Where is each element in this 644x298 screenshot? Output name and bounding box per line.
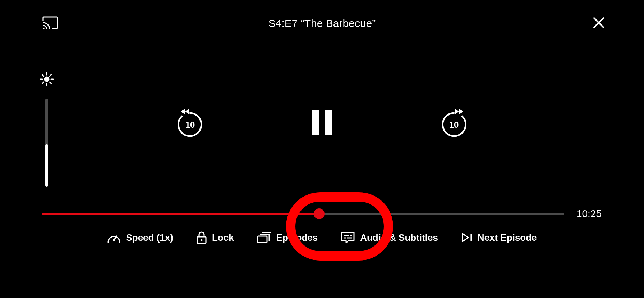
player-top-bar: S4:E7 “The Barbecue” xyxy=(0,0,644,47)
episodes-label: Episodes xyxy=(276,232,318,243)
svg-line-10 xyxy=(50,75,51,76)
svg-rect-14 xyxy=(325,110,332,135)
time-remaining: 10:25 xyxy=(573,208,602,220)
speed-button[interactable]: Speed (1x) xyxy=(106,229,175,246)
seek-forward-10-icon: 10 xyxy=(440,108,468,137)
tutorial-highlight-ring xyxy=(286,192,393,261)
svg-line-11 xyxy=(42,82,44,83)
brightness-icon xyxy=(40,72,54,88)
audio-subtitles-button[interactable]: Audio & Subtitles xyxy=(339,229,440,247)
lock-open-icon xyxy=(196,231,207,244)
svg-rect-20 xyxy=(258,236,267,243)
brightness-slider-fill xyxy=(45,144,48,187)
audio-subtitles-label: Audio & Subtitles xyxy=(360,232,438,243)
lock-button[interactable]: Lock xyxy=(195,228,235,247)
next-episode-icon xyxy=(461,232,473,243)
episodes-icon xyxy=(257,232,271,243)
episode-title: S4:E7 “The Barbecue” xyxy=(0,17,644,30)
seek-forward-button[interactable]: 10 xyxy=(440,108,468,139)
lock-label: Lock xyxy=(212,232,234,243)
episodes-button[interactable]: Episodes xyxy=(256,229,319,246)
seek-back-button[interactable]: 10 xyxy=(176,108,204,139)
svg-point-3 xyxy=(45,77,49,81)
pause-button[interactable] xyxy=(312,110,332,137)
cast-icon xyxy=(42,16,58,29)
progress-row: 10:25 xyxy=(42,208,602,220)
speedometer-icon xyxy=(107,232,121,243)
bottom-controls: Speed (1x) Lock Episodes Audio & Subtitl… xyxy=(0,228,644,247)
pause-icon xyxy=(312,110,332,135)
next-episode-label: Next Episode xyxy=(478,232,537,243)
speed-label: Speed (1x) xyxy=(126,232,173,243)
svg-point-19 xyxy=(201,239,202,241)
progress-bar[interactable] xyxy=(42,213,564,215)
close-button[interactable] xyxy=(593,17,604,30)
svg-text:10: 10 xyxy=(449,120,459,130)
seek-back-10-icon: 10 xyxy=(176,108,204,137)
close-icon xyxy=(593,17,604,28)
cast-button[interactable] xyxy=(42,16,58,31)
svg-line-8 xyxy=(42,75,44,76)
svg-point-0 xyxy=(43,28,45,30)
svg-text:10: 10 xyxy=(185,120,195,130)
svg-line-9 xyxy=(50,82,51,83)
svg-rect-13 xyxy=(312,110,319,135)
next-episode-button[interactable]: Next Episode xyxy=(460,229,538,246)
playback-controls: 10 10 xyxy=(0,108,644,139)
progress-bar-thumb[interactable] xyxy=(314,208,325,219)
subtitles-icon xyxy=(341,231,355,244)
progress-bar-fill xyxy=(42,213,319,215)
